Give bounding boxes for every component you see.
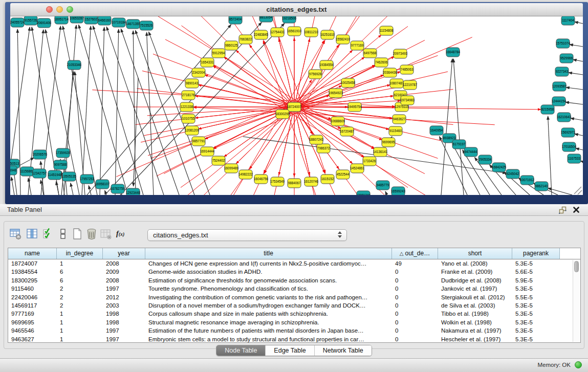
graph-node[interactable]: 16958107 — [95, 180, 110, 189]
graph-node[interactable]: 10071912 — [520, 176, 535, 185]
scrollbar-thumb[interactable] — [574, 261, 579, 272]
graph-node[interactable]: 9884067 — [288, 179, 301, 188]
graph-node[interactable]: 12081241 — [356, 191, 371, 195]
graph-node[interactable]: 17957253 — [80, 174, 95, 184]
graph-node[interactable]: 14982222 — [238, 170, 253, 179]
graph-node[interactable]: 12093587 — [552, 82, 567, 91]
graph-node[interactable]: 9862140 — [535, 182, 548, 191]
graph-node[interactable]: 19384554 — [319, 60, 334, 70]
graph-node[interactable]: 22483845 — [254, 30, 269, 39]
graph-node[interactable]: 1167533 — [568, 154, 581, 163]
graph-node[interactable]: 2342004 — [192, 68, 205, 77]
graph-node[interactable]: 7663822 — [239, 35, 252, 44]
graph-node[interactable]: 11451948 — [48, 170, 62, 180]
graph-node[interactable]: 10025458 — [341, 78, 356, 87]
graph-node[interactable]: 19654923 — [329, 89, 343, 98]
tab-edge-table[interactable]: Edge Table — [266, 345, 314, 356]
graph-node[interactable]: 7462606 — [375, 58, 388, 67]
column-header-short[interactable]: short — [438, 248, 512, 259]
graph-node[interactable]: 7515526 — [140, 21, 153, 30]
graph-node[interactable]: 16046756 — [254, 174, 269, 184]
graph-node[interactable]: 18951714 — [54, 16, 69, 24]
graph-node[interactable]: 9756928 — [309, 70, 322, 79]
column-header-out_de[interactable]: △out_de… — [392, 248, 438, 259]
graph-node[interactable]: 4522544 — [336, 170, 350, 179]
graph-node[interactable]: 1640954 — [430, 126, 443, 135]
graph-node[interactable]: 17359928 — [56, 148, 71, 158]
table-row[interactable]: 946362711997Embryonic stem cells: a mode… — [8, 335, 580, 343]
graph-node[interactable]: 9245042 — [506, 169, 519, 179]
graph-node[interactable]: 10719184 — [112, 18, 126, 27]
graph-node[interactable]: 13505135 — [62, 172, 77, 181]
graph-node[interactable]: 9155726 — [24, 16, 37, 25]
graph-node[interactable]: 9474444 — [464, 147, 477, 157]
graph-node[interactable]: 18300295 — [275, 110, 290, 119]
tab-network-table[interactable]: Network Table — [315, 345, 372, 356]
graph-node[interactable]: 1654331 — [201, 58, 214, 67]
graph-node[interactable]: 7524402 — [212, 156, 225, 165]
graph-node[interactable]: 20364436 — [383, 68, 398, 77]
graph-node[interactable]: 9890143 — [185, 79, 199, 88]
graph-node[interactable]: 9463627 — [393, 115, 406, 124]
column-header-title[interactable]: title — [145, 248, 392, 259]
graph-node[interactable]: 1527602 — [84, 16, 98, 24]
table-row[interactable]: 977716911998Corpus callosum shape and si… — [8, 310, 580, 318]
column-header-pagerank[interactable]: pagerank — [512, 248, 560, 259]
graph-node[interactable]: 1615152 — [321, 174, 334, 184]
graph-node[interactable]: 16120746 — [304, 177, 319, 186]
network-canvas[interactable]: 1872400718300295129751159463627911546096… — [10, 16, 583, 195]
graph-node[interactable]: 18807243 — [309, 135, 324, 144]
tab-node-table[interactable]: Node Table — [216, 345, 266, 356]
graph-node[interactable]: 24055724 — [10, 18, 25, 27]
table-row[interactable]: 1938455462009Genome-wide association stu… — [8, 268, 580, 276]
graph-node[interactable]: 3915948 — [10, 166, 17, 175]
graph-node[interactable]: 12444154 — [552, 97, 567, 106]
graph-node[interactable]: 10811210 — [304, 28, 318, 37]
graph-node[interactable]: 10807487 — [389, 79, 404, 88]
column-header-year[interactable]: year — [103, 248, 145, 259]
graph-node[interactable]: 9699695 — [382, 138, 395, 147]
graph-node[interactable]: 15582410 — [336, 35, 351, 44]
graph-node[interactable]: 12219787 — [403, 80, 418, 90]
graph-node[interactable]: 2905334 — [478, 155, 492, 164]
vertical-scrollbar[interactable] — [573, 260, 580, 342]
show-columns-icon[interactable] — [26, 228, 38, 240]
graph-node[interactable]: 15692971 — [561, 128, 576, 137]
delete-column-icon[interactable] — [85, 228, 98, 240]
graph-node[interactable]: 10653287 — [70, 16, 84, 23]
graph-node[interactable]: 16782759 — [111, 184, 125, 193]
minimize-button[interactable] — [56, 6, 63, 13]
graph-node[interactable]: 16720487 — [340, 127, 355, 136]
graph-node[interactable]: 12081209 — [185, 126, 200, 135]
graph-node[interactable]: 16648784 — [446, 48, 461, 57]
graph-node[interactable]: 16099489 — [224, 164, 239, 173]
graph-node[interactable]: 19218506 — [282, 16, 297, 23]
graph-node[interactable]: 16599243 — [391, 187, 406, 195]
graph-node[interactable]: 1010755 — [182, 114, 195, 123]
graph-node[interactable]: 12342757 — [32, 169, 47, 178]
graph-node[interactable]: 16842425 — [492, 163, 507, 172]
graph-node[interactable]: 19734983 — [400, 96, 415, 105]
float-panel-icon[interactable] — [559, 206, 567, 214]
close-panel-icon[interactable] — [573, 206, 580, 213]
graph-node[interactable]: 9860125 — [225, 41, 238, 50]
graph-node[interactable]: 20206576 — [33, 150, 48, 159]
graph-node[interactable]: 20973493 — [393, 49, 408, 58]
table-row[interactable]: 911546021997Tourette syndrome. Phenomeno… — [8, 285, 580, 293]
close-button[interactable] — [46, 6, 53, 13]
graph-node[interactable]: 9857791 — [192, 137, 205, 146]
table-mode-icon[interactable] — [9, 228, 21, 240]
graph-node[interactable]: 12923448 — [126, 188, 141, 195]
graph-node[interactable]: 8215958 — [541, 105, 554, 114]
graph-node[interactable]: 18724007 — [287, 102, 302, 112]
zoom-button[interactable] — [67, 6, 73, 13]
graph-node[interactable]: 21053346 — [67, 60, 82, 70]
graph-node[interactable]: 9777169 — [351, 41, 364, 50]
graph-node[interactable]: 14524861 — [350, 164, 365, 173]
graph-node[interactable]: 20691406 — [37, 18, 52, 28]
graph-node[interactable]: 16914444 — [200, 147, 215, 156]
graph-node[interactable]: 16561910 — [287, 27, 302, 36]
graph-node[interactable]: 1221338 — [180, 102, 193, 112]
import-table-icon[interactable] — [100, 228, 112, 240]
graph-node[interactable]: 8572404 — [229, 16, 242, 24]
